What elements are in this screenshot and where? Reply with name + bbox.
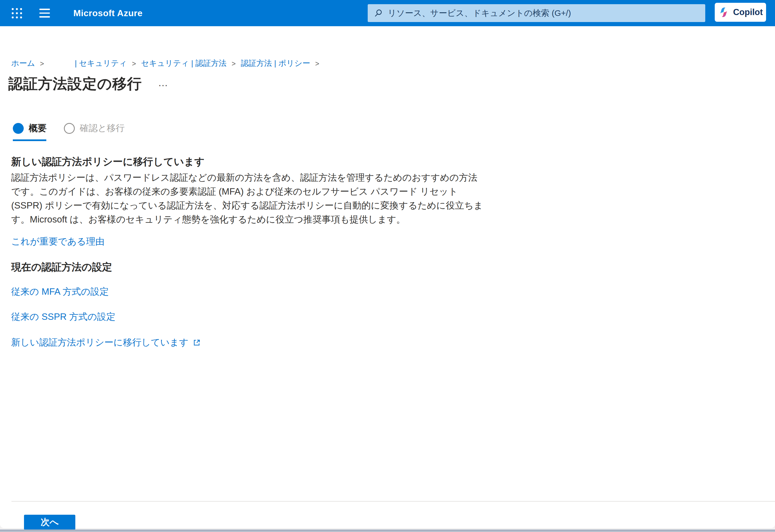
section-heading-current-settings: 現在の認証方法の設定 xyxy=(11,260,112,274)
intro-paragraph: 認証方法ポリシーは、パスワードレス認証などの最新の方法を含め、認証方法を管理する… xyxy=(11,171,486,226)
tab-review-migrate-label: 確認と移行 xyxy=(80,122,125,134)
external-link-icon xyxy=(192,338,201,347)
global-search[interactable] xyxy=(368,4,705,22)
why-important-link-label: これが重要である理由 xyxy=(11,235,105,248)
breadcrumb-separator: > xyxy=(40,60,44,68)
footer-divider xyxy=(11,501,775,502)
more-options-ellipsis-icon[interactable]: … xyxy=(158,77,168,89)
search-icon xyxy=(374,9,383,18)
legacy-sspr-settings-label: 従来の SSPR 方式の設定 xyxy=(11,311,115,323)
page-title: 認証方法設定の移行 xyxy=(8,74,142,94)
breadcrumb-security-auth-methods[interactable]: セキュリティ | 認証方法 xyxy=(141,58,227,69)
why-important-link[interactable]: これが重要である理由 xyxy=(11,235,105,248)
breadcrumb-home[interactable]: ホーム xyxy=(11,58,35,69)
copilot-icon xyxy=(718,7,729,18)
hamburger-menu-icon[interactable] xyxy=(39,9,50,18)
breadcrumb-auth-methods-policies[interactable]: 認証方法 | ポリシー xyxy=(241,58,310,69)
horizontal-scrollbar[interactable] xyxy=(0,529,775,532)
section-heading-migrating: 新しい認証方法ポリシーに移行しています xyxy=(11,155,204,169)
breadcrumb-separator: > xyxy=(132,60,136,68)
tab-overview-label: 概要 xyxy=(29,122,47,134)
legacy-mfa-settings-label: 従来の MFA 方式の設定 xyxy=(11,286,109,298)
breadcrumb-security[interactable]: | セキュリティ xyxy=(75,58,127,69)
content-card: ホーム > | セキュリティ > セキュリティ | 認証方法 > 認証方法 | … xyxy=(0,26,775,528)
wizard-steps: 概要 確認と移行 xyxy=(13,123,125,134)
next-button[interactable]: 次へ xyxy=(24,515,75,530)
breadcrumb-separator: > xyxy=(315,60,319,68)
step-inactive-circle-icon xyxy=(64,123,75,134)
tab-overview[interactable]: 概要 xyxy=(13,123,47,134)
migrate-policy-external-link[interactable]: 新しい認証方法ポリシーに移行しています xyxy=(11,336,201,349)
azure-header: Microsoft Azure Copilot xyxy=(0,0,775,26)
legacy-mfa-settings-link[interactable]: 従来の MFA 方式の設定 xyxy=(11,286,109,298)
step-active-circle-icon xyxy=(13,123,24,134)
active-tab-underline xyxy=(13,139,46,141)
tab-review-migrate[interactable]: 確認と移行 xyxy=(64,123,125,134)
copilot-label: Copilot xyxy=(733,7,763,17)
breadcrumb: ホーム > | セキュリティ > セキュリティ | 認証方法 > 認証方法 | … xyxy=(11,58,319,69)
waffle-icon[interactable] xyxy=(12,8,22,18)
search-input[interactable] xyxy=(388,8,699,18)
breadcrumb-separator: > xyxy=(231,60,236,68)
brand-microsoft-azure[interactable]: Microsoft Azure xyxy=(73,8,142,18)
legacy-sspr-settings-link[interactable]: 従来の SSPR 方式の設定 xyxy=(11,311,115,323)
copilot-button[interactable]: Copilot xyxy=(715,3,766,22)
migrate-policy-link-label: 新しい認証方法ポリシーに移行しています xyxy=(11,336,189,349)
